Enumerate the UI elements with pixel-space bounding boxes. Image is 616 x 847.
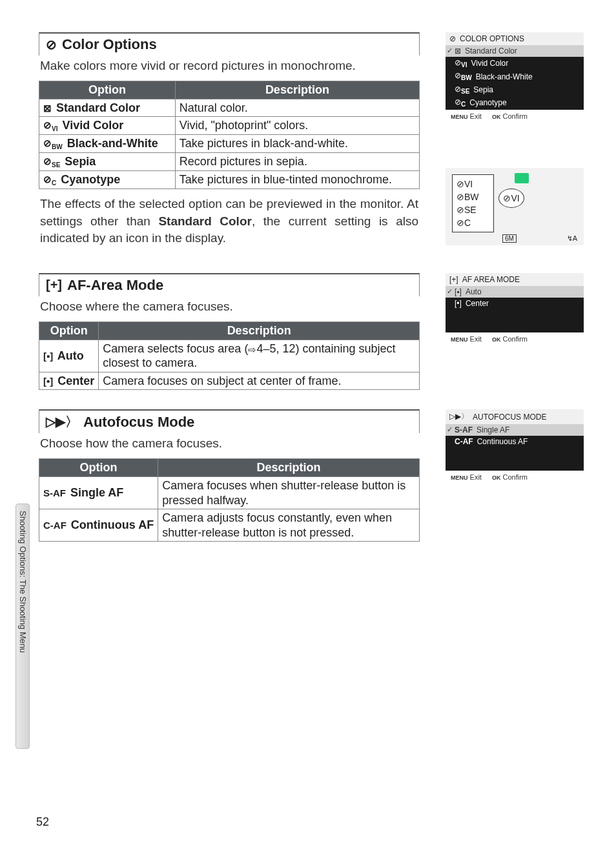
camera-screen-autofocus: ▷▶〉AUTOFOCUS MODE S-AFSingle AF C-AFCont… (446, 409, 584, 484)
screen-title: AUTOFOCUS MODE (473, 413, 546, 422)
side-tab: Shooting Options: The Shooting Menu (15, 504, 30, 749)
screen-icon: ⊘ (449, 34, 456, 43)
autofocus-icon: ▷▶〉 (46, 413, 78, 431)
preview-monitor: ⊘VI ⊘BW ⊘SE ⊘C ⊘VI 6M ↯A (446, 168, 584, 245)
screen-item: Standard Color (465, 46, 517, 56)
screen-confirm: Confirm (502, 335, 528, 343)
opt-label: Center (57, 374, 94, 387)
opt-label: Vivid Color (62, 119, 123, 132)
screen-item: Cyanotype (469, 98, 506, 107)
section-header-color: ⊘ Color Options (39, 32, 420, 56)
screen-item: Black-and-White (476, 72, 533, 81)
color-below-text: The effects of the selected option can b… (39, 189, 420, 254)
screen-item: Continuous AF (477, 437, 528, 446)
opt-desc: Camera adjusts focus constantly, even wh… (158, 509, 420, 542)
screen-item: Single AF (477, 425, 509, 434)
opt-label: Auto (57, 349, 84, 362)
bw-icon: ⊘BW (43, 138, 63, 152)
sepia-icon: ⊘SE (43, 156, 60, 170)
page-link-icon: ⇨ (248, 344, 256, 356)
screen-exit: Exit (470, 112, 482, 120)
th-option: Option (39, 459, 158, 477)
opt-desc: Take pictures in black-and-white. (175, 135, 419, 153)
screen-item: Center (466, 299, 489, 308)
table-row: ⊘VI Vivid Color Vivid, "photoprint" colo… (39, 117, 420, 135)
section-desc: Make colors more vivid or record picture… (39, 56, 420, 81)
preview-callout: ⊘VI (498, 189, 524, 208)
table-row: [▪] Auto Camera selects focus area (⇨4–5… (39, 340, 420, 372)
opt-label: Continuous AF (71, 518, 154, 531)
autofocus-table: Option Description S-AF Single AF Camera… (39, 458, 420, 542)
screen-title: AF AREA MODE (462, 275, 520, 284)
auto-area-icon: [▪] (43, 351, 53, 363)
screen-item: Sepia (473, 85, 493, 94)
screen-confirm: Confirm (502, 112, 528, 120)
section-title: Color Options (62, 36, 157, 53)
opt-desc: Record pictures in sepia. (175, 153, 419, 171)
th-description: Description (99, 321, 420, 340)
section-title: Autofocus Mode (83, 414, 194, 431)
camera-screen-color: ⊘COLOR OPTIONS ⊠Standard Color ⊘VIVivid … (446, 32, 584, 123)
th-description: Description (175, 81, 419, 99)
screen-item: Vivid Color (471, 59, 508, 68)
opt-label: Standard Color (56, 101, 140, 114)
camera-screen-afarea: [+]AF AREA MODE [▪]Auto [•]Center MENU E… (446, 273, 584, 345)
vivid-color-icon: ⊘VI (43, 119, 57, 134)
opt-label: Sepia (65, 155, 96, 168)
standard-color-icon: ⊠ (43, 103, 52, 115)
th-option: Option (39, 321, 99, 340)
section-header-af: ▷▶〉 Autofocus Mode (39, 409, 420, 433)
preview-icon: ⊘SE (457, 205, 477, 215)
opt-desc: Take pictures in blue-tinted monochrome. (175, 171, 419, 189)
table-row: ⊠ Standard Color Natural color. (39, 99, 420, 117)
opt-desc: Camera selects focus area (⇨4–5, 12) con… (99, 340, 420, 372)
afarea-icon: [+] (46, 278, 62, 292)
section-desc: Choose how the camera focuses. (39, 433, 420, 458)
preview-icon: ⊘VI (457, 179, 473, 189)
table-row: ⊘C Cyanotype Take pictures in blue-tinte… (39, 171, 420, 189)
opt-desc: Vivid, "photoprint" colors. (175, 117, 419, 135)
screen-confirm: Confirm (502, 473, 528, 481)
opt-desc: Camera focuses on subject at center of f… (99, 372, 420, 390)
table-row: ⊘BW Black-and-White Take pictures in bla… (39, 135, 420, 153)
page-number: 52 (36, 815, 49, 829)
preview-icon: ⊘C (457, 218, 471, 228)
continuous-af-icon: C-AF (43, 520, 67, 532)
screen-exit: Exit (470, 335, 482, 343)
screen-icon: [+] (449, 275, 458, 284)
opt-desc: Camera focuses when shutter-release butt… (158, 477, 420, 509)
opt-label: Black-and-White (67, 137, 158, 150)
cyanotype-icon: ⊘C (43, 174, 56, 188)
section-title: AF-Area Mode (67, 277, 163, 294)
camera-mode-icon (515, 173, 529, 183)
single-af-icon: S-AF (43, 487, 66, 500)
screen-icon: ▷▶〉 (449, 411, 469, 422)
screen-title: COLOR OPTIONS (460, 34, 524, 43)
screen-item: Auto (466, 287, 482, 296)
opt-label: Single AF (70, 486, 123, 499)
opt-desc: Natural color. (175, 99, 419, 117)
opt-label: Cyanotype (61, 173, 120, 186)
preview-size-badge: 6M (502, 234, 517, 243)
table-row: [•] Center Camera focuses on subject at … (39, 372, 420, 390)
table-row: S-AF Single AF Camera focuses when shutt… (39, 477, 420, 509)
center-area-icon: [•] (43, 376, 53, 388)
table-row: ⊘SE Sepia Record pictures in sepia. (39, 153, 420, 171)
color-options-table: Option Description ⊠ Standard Color Natu… (39, 81, 420, 190)
preview-icon: ⊘BW (457, 192, 479, 202)
section-header-afarea: [+] AF-Area Mode (39, 273, 420, 296)
section-desc: Choose where the camera focuses. (39, 296, 420, 321)
afarea-table: Option Description [▪] Auto Camera selec… (39, 321, 420, 391)
table-row: C-AF Continuous AF Camera adjusts focus … (39, 509, 420, 542)
preview-flash-icon: ↯A (567, 234, 577, 243)
screen-exit: Exit (470, 473, 482, 481)
th-description: Description (158, 459, 420, 477)
th-option: Option (39, 81, 176, 99)
color-options-icon: ⊘ (46, 37, 57, 52)
